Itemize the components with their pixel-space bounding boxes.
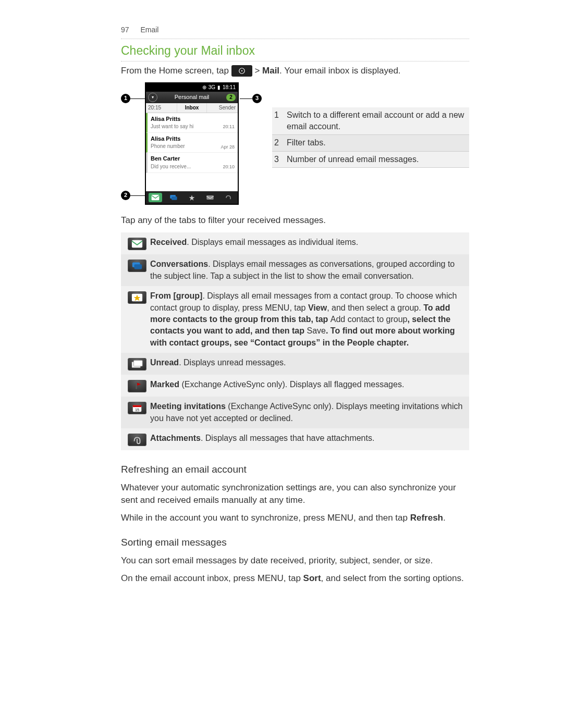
divider	[121, 39, 469, 39]
list-item: Alisa PrittsJust want to say hi20:11	[146, 113, 238, 133]
tab-description: From [group]. Displays all email message…	[150, 290, 466, 349]
text: On the email account inbox, press MENU, …	[121, 573, 303, 583]
list-item: Ben CarterDid you receive...20:10	[146, 153, 238, 172]
group-tab-icon	[185, 193, 199, 202]
figure-row: 1 2 3 ⊕ 3G ▮ 18:11 ▾ Personal mail 2	[121, 82, 469, 205]
legend-row: 3Number of unread email messages.	[272, 152, 469, 168]
svg-rect-9	[134, 265, 142, 269]
phone-screenshot: ⊕ 3G ▮ 18:11 ▾ Personal mail 2 20:15 Inb…	[145, 82, 239, 205]
list-item: Alisa PrittsPhone numberApr 28	[146, 133, 238, 153]
tab-time: 20:15	[146, 103, 177, 113]
tab-icon-cell	[124, 237, 150, 250]
legend-text: Switch to a different email account or a…	[287, 109, 467, 133]
divider	[121, 61, 469, 61]
legend-num: 3	[274, 154, 287, 165]
manual-page: 97 Email Checking your Mail inbox From t…	[0, 0, 563, 728]
text: >	[254, 66, 262, 76]
marked-icon	[128, 380, 146, 392]
table-row: 15Meeting invitations (Exchange ActiveSy…	[121, 397, 469, 428]
legend-num: 2	[274, 137, 287, 149]
text: Sort	[303, 573, 321, 583]
text: . Your email inbox is displayed.	[279, 66, 400, 76]
tab-description: Received. Displays email messages as ind…	[150, 237, 466, 248]
meeting-icon: 15	[128, 402, 146, 414]
legend-text: Number of unread email messages.	[287, 154, 419, 165]
tab-icon-cell	[124, 290, 150, 304]
text: Mail	[262, 66, 279, 76]
conversations-icon	[128, 260, 146, 272]
bottom-tab-bar	[146, 191, 238, 204]
text: .	[443, 513, 446, 523]
svg-rect-13	[134, 361, 143, 366]
subheading-refresh: Refreshing an email account	[121, 463, 469, 477]
callout-2: 2	[121, 191, 130, 200]
sorting-p1: You can sort email messages by date rece…	[121, 554, 469, 567]
tab-icon-cell	[124, 258, 150, 272]
legend-row: 2Filter tabs.	[272, 135, 469, 151]
svg-marker-5	[189, 195, 195, 201]
refresh-p2: While in the account you want to synchro…	[121, 512, 469, 524]
status-bar: ⊕ 3G ▮ 18:11	[146, 83, 238, 92]
callout-1: 1	[121, 94, 130, 103]
signal-icon: ⊕	[202, 84, 206, 91]
network-label: 3G	[209, 84, 215, 91]
svg-rect-7	[132, 240, 142, 248]
svg-rect-2	[151, 194, 159, 200]
page-number: 97	[121, 26, 129, 34]
account-title: Personal mail	[157, 93, 226, 101]
refresh-p1: Whatever your automatic synchronization …	[121, 482, 469, 507]
legend-num: 1	[274, 109, 287, 133]
svg-point-1	[241, 70, 242, 71]
tab-icon-cell	[124, 433, 150, 446]
message-from: Alisa Pritts	[151, 115, 235, 123]
clock: 18:11	[223, 84, 236, 91]
callout-3: 3	[252, 94, 262, 103]
sorting-p2: On the email account inbox, press MENU, …	[121, 572, 469, 585]
legend-row: 1Switch to a different email account or …	[272, 107, 469, 135]
callout-line	[130, 98, 145, 99]
message-from: Ben Carter	[151, 155, 235, 163]
table-row: Marked (Exchange ActiveSync only). Displ…	[121, 375, 469, 397]
phone-figure: 1 2 3 ⊕ 3G ▮ 18:11 ▾ Personal mail 2	[121, 82, 241, 205]
conversations-tab-icon	[167, 193, 180, 202]
tab-description: Unread. Displays unread messages.	[150, 357, 466, 368]
callout-legend: 1Switch to a different email account or …	[272, 107, 469, 168]
message-time: 20:11	[223, 124, 235, 130]
message-from: Alisa Pritts	[151, 135, 235, 143]
message-subject: Did you receive...	[151, 163, 235, 170]
tab-description: Conversations. Displays email messages a…	[150, 258, 466, 282]
table-row: Attachments. Displays all messages that …	[121, 428, 469, 450]
chevron-down-icon: ▾	[148, 93, 157, 102]
subheading-sorting: Sorting email messages	[121, 536, 469, 550]
attachments-tab-icon	[222, 193, 235, 202]
text: Refresh	[410, 513, 443, 523]
title-bar: ▾ Personal mail 2	[146, 92, 238, 103]
page-header: 97 Email	[121, 25, 469, 35]
text: While in the account you want to synchro…	[121, 513, 410, 523]
tab-icon-cell	[124, 357, 150, 371]
tab-description: Marked (Exchange ActiveSync only). Displ…	[150, 379, 466, 390]
tab-description: Meeting invitations (Exchange ActiveSync…	[150, 401, 466, 424]
wifi-icon: ▮	[217, 84, 221, 91]
unread-icon	[128, 358, 146, 371]
group-icon	[128, 291, 146, 304]
tab-description-table: Received. Displays email messages as ind…	[121, 232, 469, 450]
svg-rect-14	[136, 382, 137, 389]
table-row: Unread. Displays unread messages.	[121, 353, 469, 375]
section-title: Checking your Mail inbox	[121, 42, 469, 59]
table-row: Conversations. Displays email messages a…	[121, 254, 469, 286]
message-time: 20:10	[223, 164, 235, 170]
table-row: Received. Displays email messages as ind…	[121, 232, 469, 254]
text: From the Home screen, tap	[121, 66, 231, 76]
message-subject: Just want to say hi	[151, 123, 235, 130]
tab-icon-cell: 15	[124, 401, 150, 414]
received-tab-icon	[149, 193, 162, 202]
message-time: Apr 28	[221, 144, 235, 151]
table-row: From [group]. Displays all email message…	[121, 286, 469, 353]
tab-icon-cell	[124, 379, 150, 392]
intro-paragraph: From the Home screen, tap > Mail. Your e…	[121, 65, 469, 77]
callout-line	[130, 195, 145, 196]
received-icon	[128, 238, 146, 250]
svg-rect-4	[172, 196, 177, 200]
unread-badge: 2	[226, 94, 236, 101]
